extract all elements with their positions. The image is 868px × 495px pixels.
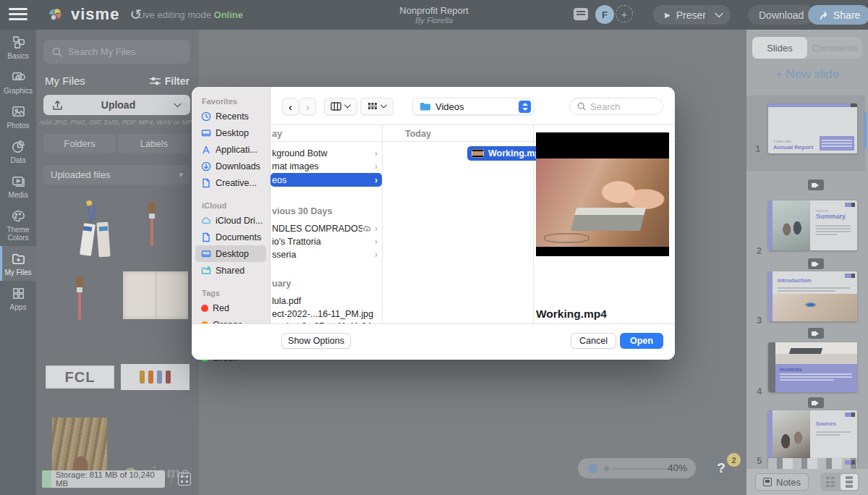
storage-indicator: Storage: 811 MB of 10,240 MB — [42, 470, 165, 488]
shortcuts-icon[interactable] — [178, 473, 191, 486]
back-button[interactable]: ‹ — [282, 98, 299, 115]
video-preview-photo — [536, 158, 669, 247]
present-dropdown-button[interactable] — [706, 5, 731, 25]
sidebar-item-media[interactable]: Media — [0, 169, 36, 203]
cancel-button[interactable]: Cancel — [571, 333, 616, 349]
uploaded-files-section-header[interactable]: Uploaded files ▾ — [43, 165, 190, 185]
group-header: Today — [405, 129, 431, 139]
slide-row-5[interactable]: 5 Sources — [746, 387, 865, 462]
dropdown-stepper-icon — [519, 101, 531, 113]
open-button[interactable]: Open — [620, 333, 663, 349]
graphics-shapes-icon — [11, 69, 26, 85]
view-mode-button[interactable] — [324, 98, 357, 115]
grid-view-button[interactable] — [822, 474, 839, 490]
document-icon — [201, 232, 211, 242]
chevron-down-icon — [344, 104, 351, 109]
slide-row-2[interactable]: 2 EXECUTIVE Summary — [746, 177, 865, 252]
tab-comments[interactable]: Comments — [807, 37, 862, 59]
new-slide-button[interactable]: + New slide — [746, 67, 868, 82]
sidebar-item-my-files[interactable]: My Files — [0, 246, 36, 281]
finder-item-desktop-icloud[interactable]: Desktop — [195, 245, 266, 262]
slide-thumbnail-2[interactable]: EXECUTIVE Summary — [768, 200, 857, 250]
group-button[interactable] — [360, 98, 393, 115]
visme-logo[interactable]: visme ↺ — [45, 4, 142, 25]
download-button[interactable]: Download — [748, 5, 814, 25]
uploaded-file-brush-1[interactable] — [148, 202, 156, 247]
visme-logo-icon — [45, 4, 65, 25]
group-header: uary — [272, 279, 291, 289]
folder-row[interactable]: mat images› — [271, 159, 382, 173]
comments-icon[interactable] — [574, 8, 588, 20]
uploaded-file-paint-tubes[interactable] — [69, 198, 127, 281]
sidebar-item-apps[interactable]: Apps — [0, 281, 36, 316]
sidebar-item-photos[interactable]: Photos — [0, 99, 36, 134]
uploaded-file-notebook[interactable] — [123, 271, 188, 319]
folder-row[interactable]: sseria› — [271, 248, 382, 261]
folder-row[interactable]: io's Trattoria› — [271, 234, 382, 248]
zoom-slider-track[interactable] — [611, 468, 669, 470]
share-button[interactable]: Share — [808, 5, 868, 25]
sidebar-item-graphics[interactable]: Graphics — [0, 64, 36, 99]
sidebar-section-title: iCloud — [202, 201, 270, 210]
show-options-button[interactable]: Show Options — [281, 333, 351, 349]
tab-labels[interactable]: Labels — [118, 134, 190, 153]
shared-folder-icon — [201, 266, 211, 276]
folder-row-videos-selected[interactable]: eos› — [271, 173, 382, 187]
finder-item-recents[interactable]: Recents — [195, 108, 266, 124]
notes-button[interactable]: Notes — [755, 473, 809, 491]
slide-thumbnail-6[interactable] — [768, 458, 857, 469]
slide-thumbnail-5[interactable]: Sources — [768, 410, 857, 460]
folder-row[interactable]: kground Botw› — [271, 146, 382, 160]
slide-row-4[interactable]: 4 Incidents — [746, 318, 865, 392]
dialog-search-input[interactable]: Search — [569, 98, 663, 115]
finder-item-applications[interactable]: Applicati... — [195, 141, 266, 158]
search-input[interactable]: Search My Files — [43, 40, 190, 64]
finder-item-downloads[interactable]: Downloads — [195, 158, 266, 174]
hamburger-menu-icon[interactable] — [9, 8, 27, 21]
finder-sidebar: Favorites Recents Desktop Applicati... D… — [192, 87, 271, 360]
tab-folders[interactable]: Folders — [43, 134, 116, 153]
finder-item-shared[interactable]: Shared — [195, 262, 266, 279]
slide-thumbnail-1[interactable]: COMPANY NAME Annual Report — [768, 103, 857, 153]
my-files-folder-icon — [11, 251, 26, 266]
document-title: Nonprofit Report — [340, 5, 528, 16]
list-view-button[interactable] — [841, 474, 858, 490]
location-dropdown[interactable]: Videos — [412, 98, 534, 115]
sidebar-item-data[interactable]: Data — [0, 134, 36, 169]
slide-row-3[interactable]: 3 Introduction — [746, 247, 865, 321]
zoom-control: 40% — [578, 458, 696, 478]
slides-panel: Slides Comments + New slide 1 COMPANY NA… — [746, 30, 868, 495]
finder-item-icloud-drive[interactable]: iCloud Dri... — [195, 212, 266, 229]
sidebar-item-basics[interactable]: Basics — [0, 30, 36, 64]
finder-item-documents[interactable]: Documents — [195, 229, 266, 245]
video-file-icon — [472, 149, 484, 158]
forward-button[interactable]: › — [299, 98, 316, 115]
avatar[interactable]: F — [595, 5, 614, 24]
divider — [171, 473, 171, 485]
sidebar-item-theme-colors[interactable]: Theme Colors — [0, 203, 36, 246]
slide-row-1[interactable]: 1 COMPANY NAME Annual Report — [746, 96, 865, 172]
uploaded-file-fcl-logo[interactable]: FCL — [46, 365, 114, 389]
upload-button[interactable]: Upload — [43, 95, 190, 115]
filter-button[interactable]: Filter — [150, 75, 190, 87]
editing-mode-label: Live editing mode Online — [137, 9, 243, 20]
slide-thumbnail-4[interactable]: Incidents — [768, 342, 857, 392]
add-collaborator-button[interactable]: + — [616, 5, 633, 22]
panel-tabs: Slides Comments — [752, 37, 862, 59]
slides-scrollbar[interactable] — [864, 112, 867, 148]
uploaded-file-brush-2[interactable] — [76, 276, 83, 321]
cloud-icon — [201, 216, 211, 226]
file-row[interactable]: lula.pdf — [271, 294, 382, 308]
slide-thumbnail-3[interactable]: Introduction — [768, 271, 857, 321]
folder-row[interactable]: NDLES COMPRADOS › — [271, 221, 382, 235]
finder-tag-red[interactable]: Red — [195, 300, 266, 316]
finder-item-creative[interactable]: Creative... — [195, 174, 266, 191]
tab-slides[interactable]: Slides — [752, 37, 807, 59]
storage-progress — [42, 470, 51, 488]
uploaded-file-illustration[interactable] — [121, 364, 190, 390]
finder-item-desktop[interactable]: Desktop — [195, 124, 266, 141]
document-title-block[interactable]: Nonprofit Report By Fiorella — [340, 5, 528, 25]
icloud-download-icon — [362, 225, 372, 232]
zoom-slider-handle[interactable] — [588, 464, 597, 473]
group-header: vious 30 Days — [272, 206, 332, 216]
